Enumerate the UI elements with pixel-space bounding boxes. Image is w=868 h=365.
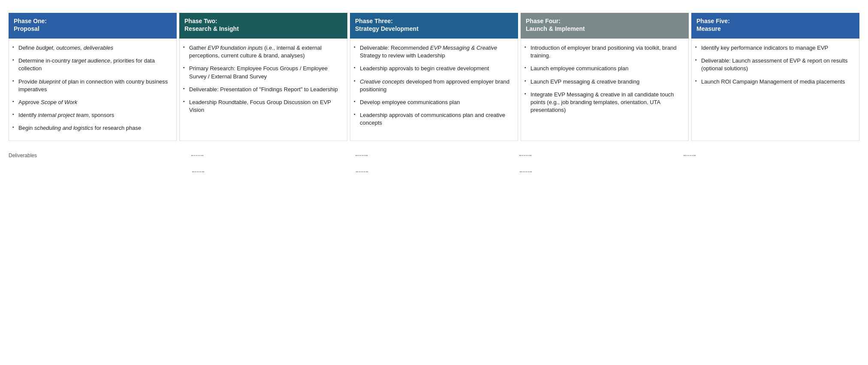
bullet-item: Provide blueprint of plan in connection …	[12, 77, 172, 95]
phase-body-phase5: Identify key performance indicators to m…	[691, 39, 859, 141]
deliverable-bar-row2: Communication Plan	[368, 165, 520, 179]
deliverables-row2-inner: Project Plan ScheduleEVP PlatformCommuni…	[40, 165, 859, 179]
dots-connector	[519, 155, 531, 156]
bullet-item: Launch ROI Campaign Management of media …	[695, 77, 855, 87]
phase-col-phase1: Phase One:ProposalDefine budget, outcome…	[9, 13, 177, 141]
deliverables-label: Deliverables	[9, 153, 37, 159]
dots-connector	[356, 171, 368, 172]
deliverable-bar: Scope of Work	[39, 149, 191, 162]
deliverable-bar-wrap-row2: EVP Platform	[204, 165, 368, 179]
bullet-item: Leadership approvals to begin creative d…	[354, 63, 513, 74]
deliverable-bar-wrap: Scope of Work	[39, 149, 203, 162]
deliverables-label-row: Deliverables Scope of WorkFindings Repor…	[9, 149, 859, 162]
phase-body-phase2: Gather EVP foundation inputs (i.e., inte…	[179, 39, 347, 141]
deliverable-bar-wrap: EVP & Creative Strategy	[368, 149, 531, 162]
bullet-item: Leadership approvals of communications p…	[354, 110, 513, 128]
dots-connector	[191, 155, 203, 156]
bullet-item: Identify key performance indicators to m…	[695, 43, 855, 53]
bullet-item: Launch EVP messaging & creative branding	[524, 77, 684, 87]
phase-body-phase4: Introduction of employer brand positioni…	[521, 39, 689, 141]
phase-header-phase2: Phase Two:Research & Insight	[179, 13, 347, 39]
dots-connector	[356, 155, 368, 156]
bullet-item: Deliverable: Recommended EVP Messaging &…	[354, 43, 513, 61]
phase-header-phase5: Phase Five:Measure	[691, 13, 859, 39]
bullet-item: Introduction of employer brand positioni…	[524, 43, 684, 61]
phase-col-phase2: Phase Two:Research & InsightGather EVP f…	[179, 13, 347, 141]
dots-connector	[520, 171, 532, 172]
deliverable-bar: EVP & Creative Strategy	[368, 149, 519, 162]
dots-connector	[684, 155, 696, 156]
deliverables-wrapper: Deliverables Scope of WorkFindings Repor…	[9, 149, 859, 179]
bullet-item: Begin scheduling and logistics for resea…	[12, 123, 172, 133]
deliverable-bar-wrap-row2: Project Plan Schedule	[40, 165, 204, 179]
phase-body-phase1: Define budget, outcomes, deliverablesDet…	[9, 39, 177, 141]
deliverable-bar-wrap: Creative Execution	[531, 149, 695, 162]
phase-col-phase4: Phase Four:Launch & ImplementIntroductio…	[521, 13, 689, 141]
bullet-item: Integrate EVP Messaging & creative in al…	[524, 90, 684, 116]
bullet-item: Leadership Roundtable, Focus Group Discu…	[183, 97, 343, 115]
deliverable-bar-row2: EVP Platform	[204, 165, 356, 179]
deliverable-bar-wrap-row2	[696, 165, 859, 179]
deliverable-bar-row2: Implementation	[532, 165, 696, 179]
bullet-item: Approve Scope of Work	[12, 97, 172, 108]
deliverable-bar: ROI Reports & Analyses	[696, 149, 859, 162]
phase-col-phase5: Phase Five:MeasureIdentify key performan…	[691, 13, 859, 141]
bullet-item: Launch employee communications plan	[524, 63, 684, 74]
dots-connector	[192, 171, 204, 172]
bullet-item: Gather EVP foundation inputs (i.e., inte…	[183, 43, 343, 61]
phase-header-phase1: Phase One:Proposal	[9, 13, 177, 39]
phase-header-phase4: Phase Four:Launch & Implement	[521, 13, 689, 39]
bullet-item: Creative concepts developed from approve…	[354, 77, 513, 95]
bullet-item: Primary Research: Employee Focus Groups …	[183, 63, 343, 81]
deliverable-bar-row2: Project Plan Schedule	[40, 165, 192, 179]
deliverable-bar-wrap: Findings Report	[203, 149, 367, 162]
deliverables-bars-row1: Scope of WorkFindings ReportEVP & Creati…	[39, 149, 859, 162]
phases-container: Phase One:ProposalDefine budget, outcome…	[9, 13, 859, 141]
deliverable-bar-wrap-row2: Communication Plan	[368, 165, 532, 179]
phase-header-phase3: Phase Three:Strategy Development	[350, 13, 518, 39]
deliverables-bars-row2: Project Plan ScheduleEVP PlatformCommuni…	[9, 165, 859, 179]
bullet-item: Define budget, outcomes, deliverables	[12, 43, 172, 53]
phase-body-phase3: Deliverable: Recommended EVP Messaging &…	[350, 39, 518, 141]
bullet-item: Determine in-country target audience, pr…	[12, 56, 172, 74]
phase-col-phase3: Phase Three:Strategy DevelopmentDelivera…	[350, 13, 518, 141]
bullet-item: Identify internal project team, sponsors	[12, 110, 172, 120]
bullet-item: Deliverable: Launch assessment of EVP & …	[695, 56, 855, 74]
deliverable-bar: Creative Execution	[531, 149, 683, 162]
bullet-item: Deliverable: Presentation of "Findings R…	[183, 84, 343, 95]
deliverable-bar: Findings Report	[203, 149, 355, 162]
deliverable-bar-wrap-row2: Implementation	[532, 165, 696, 179]
deliverable-bar-wrap: ROI Reports & Analyses	[696, 149, 859, 162]
bullet-item: Develop employee communications plan	[354, 97, 513, 108]
